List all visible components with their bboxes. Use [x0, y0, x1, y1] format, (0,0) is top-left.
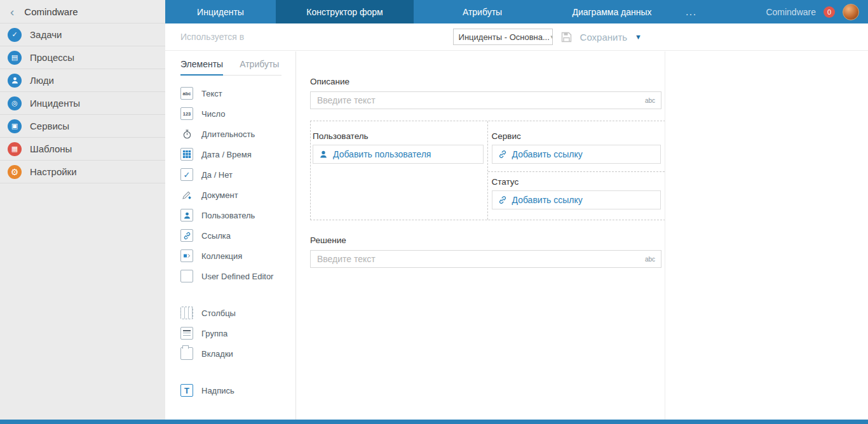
palette-item-yesno[interactable]: ✓ Да / Нет	[165, 164, 295, 185]
palette-item-label: Текст	[201, 89, 222, 98]
elements-palette: Элементы Атрибуты abc Текст 123 Число Дл…	[165, 51, 296, 420]
sidebar-item-label: Люди	[30, 75, 54, 86]
add-status-link-label: Добавить ссылку	[512, 195, 583, 205]
palette-group-gap	[165, 364, 295, 380]
sidebar-item-templates[interactable]: ▦ Шаблоны	[0, 138, 165, 161]
user-icon	[319, 150, 328, 159]
processes-icon: ▤	[8, 51, 22, 65]
form-selector-dropdown[interactable]: Инциденты - Основна... ▼	[453, 29, 553, 45]
sidebar-item-tasks[interactable]: ✓ Задачи	[0, 23, 165, 46]
tab-form-builder[interactable]: Конструктор форм	[276, 0, 414, 23]
field-type-hint: abc	[645, 97, 655, 104]
palette-item-label: Надпись	[201, 386, 234, 395]
checkbox-icon: ✓	[180, 168, 193, 181]
form-selector-value: Инциденты - Основна...	[459, 32, 550, 42]
collection-icon	[180, 249, 193, 262]
add-user-label: Добавить пользователя	[333, 149, 431, 159]
tabs-icon	[180, 347, 193, 360]
services-icon: ▣	[8, 119, 22, 133]
number-123-icon: 123	[180, 107, 193, 120]
palette-tab-elements[interactable]: Элементы	[180, 59, 223, 76]
palette-item-number[interactable]: 123 Число	[165, 103, 295, 124]
topbar-right: Comindware 0	[766, 0, 868, 23]
palette-item-user-defined-editor[interactable]: User Defined Editor	[165, 266, 295, 286]
columns-icon	[180, 307, 193, 319]
sidebar-item-label: Настройки	[30, 166, 77, 177]
group-icon	[180, 327, 193, 340]
tab-incidents[interactable]: Инциденты	[165, 0, 276, 23]
save-button[interactable]: Сохранить	[580, 32, 628, 43]
palette-tabs: Элементы Атрибуты	[180, 59, 281, 76]
palette-item-label: User Defined Editor	[201, 272, 273, 281]
palette-item-label: Вкладки	[201, 349, 233, 359]
label-t-icon: T	[180, 384, 193, 397]
text-abc-icon: abc	[180, 87, 193, 100]
link-icon	[498, 150, 507, 159]
sidebar-item-services[interactable]: ▣ Сервисы	[0, 115, 165, 138]
topbar: Инциденты Конструктор форм Атрибуты Диаг…	[165, 0, 868, 23]
field-status: Статус Добавить ссылку	[488, 172, 665, 220]
palette-item-columns[interactable]: Столбцы	[165, 303, 295, 323]
blank-editor-icon	[180, 270, 193, 282]
palette-group-gap	[165, 286, 295, 303]
document-icon	[180, 189, 193, 201]
people-icon	[8, 74, 22, 88]
palette-item-label: Ссылка	[201, 231, 231, 241]
palette-item-group[interactable]: Группа	[165, 323, 295, 343]
tab-attributes[interactable]: Атрибуты	[414, 0, 551, 23]
sidebar-item-label: Инциденты	[30, 98, 80, 109]
collapse-sidebar-chevron-icon[interactable]: ‹	[10, 6, 14, 18]
solution-input[interactable]	[310, 250, 661, 268]
field-type-hint: abc	[645, 256, 655, 263]
columns-layout-panel: Пользователь Добавить пользователя Серви…	[310, 121, 665, 220]
form-canvas: Описание abc Пользователь Добавить польз…	[296, 51, 665, 420]
palette-item-tabs[interactable]: Вкладки	[165, 343, 295, 364]
palette-item-label: Столбцы	[201, 308, 236, 318]
sidebar: ‹ Comindware ✓ Задачи ▤ Процессы Люди ◎ …	[0, 0, 165, 420]
right-empty-pane	[665, 51, 868, 420]
sidebar-item-incidents[interactable]: ◎ Инциденты	[0, 92, 165, 115]
palette-item-datetime[interactable]: Дата / Время	[165, 144, 295, 164]
sidebar-item-settings[interactable]: ⚙ Настройки	[0, 161, 165, 183]
add-status-link-button[interactable]: Добавить ссылку	[492, 190, 661, 209]
field-solution: Решение abc	[310, 235, 661, 268]
palette-item-collection[interactable]: Коллекция	[165, 246, 295, 266]
palette-item-link[interactable]: Ссылка	[165, 225, 295, 246]
save-dropdown-chevron-icon[interactable]: ▼	[635, 33, 642, 41]
add-user-button[interactable]: Добавить пользователя	[313, 145, 484, 164]
bottom-accent-bar	[0, 420, 868, 424]
sidebar-item-label: Задачи	[30, 29, 62, 40]
sidebar-header: ‹ Comindware	[0, 0, 165, 23]
palette-item-label: Группа	[201, 329, 227, 338]
field-label: Статус	[492, 177, 661, 187]
palette-item-label: Число	[201, 109, 225, 119]
description-input[interactable]	[310, 91, 661, 109]
save-disk-icon[interactable]	[560, 31, 573, 43]
field-label: Пользователь	[313, 131, 484, 141]
add-service-link-button[interactable]: Добавить ссылку	[492, 145, 661, 164]
user-avatar[interactable]	[843, 4, 859, 20]
palette-item-text[interactable]: abc Текст	[165, 83, 295, 103]
notification-badge[interactable]: 0	[824, 6, 835, 18]
field-label: Сервис	[492, 131, 661, 141]
palette-item-document[interactable]: Документ	[165, 185, 295, 205]
palette-item-duration[interactable]: Длительность	[165, 124, 295, 144]
sidebar-item-people[interactable]: Люди	[0, 69, 165, 92]
palette-item-label: Документ	[201, 190, 238, 200]
field-description: Описание abc	[310, 77, 661, 109]
sidebar-item-processes[interactable]: ▤ Процессы	[0, 46, 165, 69]
calendar-icon	[180, 148, 193, 161]
palette-tab-attributes[interactable]: Атрибуты	[240, 59, 279, 75]
settings-gear-icon: ⚙	[8, 165, 22, 179]
toolbar-cluster: Инциденты - Основна... ▼ Сохранить ▼	[453, 29, 642, 45]
templates-icon: ▦	[8, 142, 22, 156]
tab-more[interactable]: ...	[673, 0, 710, 23]
brand-label: Comindware	[766, 7, 816, 17]
tab-data-diagram[interactable]: Диаграмма данных	[551, 0, 673, 23]
palette-item-label: Да / Нет	[201, 170, 233, 180]
link-icon	[180, 229, 193, 242]
incidents-icon: ◎	[8, 96, 22, 110]
palette-item-label-text[interactable]: T Надпись	[165, 380, 295, 401]
palette-item-user[interactable]: Пользователь	[165, 205, 295, 225]
used-in-label: Используется в	[180, 32, 244, 42]
